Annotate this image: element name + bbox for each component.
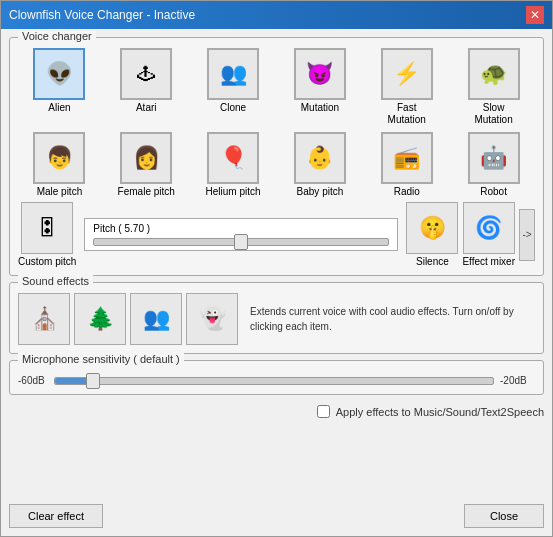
silence-label: Silence — [416, 256, 449, 267]
male-pitch-icon: 👦 — [33, 132, 85, 184]
sound-icon-ghost[interactable]: 👻 — [186, 293, 238, 345]
mic-right-label: -20dB — [500, 375, 535, 386]
sound-icon-church[interactable]: ⛪ — [18, 293, 70, 345]
microphone-group: Microphone sensitivity ( default ) -60dB… — [9, 360, 544, 395]
sound-effects-label: Sound effects — [18, 275, 93, 287]
mutation-icon: 😈 — [294, 48, 346, 100]
title-bar: Clownfish Voice Changer - Inactive ✕ — [1, 1, 552, 29]
alien-icon: 👽 — [33, 48, 85, 100]
custom-pitch-label: Custom pitch — [18, 256, 76, 267]
voice-changer-label: Voice changer — [18, 30, 96, 42]
robot-icon: 🤖 — [468, 132, 520, 184]
radio-icon: 📻 — [381, 132, 433, 184]
pitch-slider-track — [93, 238, 389, 246]
window-content: Voice changer 👽 Alien 🕹 Atari 👥 Clone 😈 — [1, 29, 552, 504]
voice-grid-bottom: 👦 Male pitch 👩 Female pitch 🎈 Helium pit… — [18, 132, 535, 198]
voice-changer-group: Voice changer 👽 Alien 🕹 Atari 👥 Clone 😈 — [9, 37, 544, 276]
pitch-slider-thumb[interactable] — [234, 234, 248, 250]
microphone-label: Microphone sensitivity ( default ) — [18, 353, 184, 365]
voice-item-baby-pitch[interactable]: 👶 Baby pitch — [279, 132, 362, 198]
silence-icon: 🤫 — [406, 202, 458, 254]
main-window: Clownfish Voice Changer - Inactive ✕ Voi… — [0, 0, 553, 537]
effect-mixer-icon: 🌀 — [463, 202, 515, 254]
clone-label: Clone — [220, 102, 246, 114]
voice-item-clone[interactable]: 👥 Clone — [192, 48, 275, 126]
apply-effects-checkbox[interactable] — [317, 405, 330, 418]
female-pitch-label: Female pitch — [118, 186, 175, 198]
effect-mixer-label: Effect mixer — [462, 256, 515, 267]
voice-item-alien[interactable]: 👽 Alien — [18, 48, 101, 126]
pitch-slider-area: Pitch ( 5.70 ) — [84, 218, 398, 251]
atari-label: Atari — [136, 102, 157, 114]
voice-item-male-pitch[interactable]: 👦 Male pitch — [18, 132, 101, 198]
sound-effects-group: Sound effects ⛪ 🌲 👥 👻 Extends current vo… — [9, 282, 544, 354]
voice-item-fast-mutation[interactable]: ⚡ FastMutation — [365, 48, 448, 126]
checkbox-row: Apply effects to Music/Sound/Text2Speech — [9, 405, 544, 418]
sound-icons-container: ⛪ 🌲 👥 👻 — [18, 293, 238, 345]
voice-item-female-pitch[interactable]: 👩 Female pitch — [105, 132, 188, 198]
mic-left-label: -60dB — [18, 375, 48, 386]
fast-mutation-label: FastMutation — [388, 102, 426, 126]
male-pitch-label: Male pitch — [37, 186, 83, 198]
pitch-value-label: Pitch ( 5.70 ) — [93, 223, 389, 234]
slow-mutation-label: SlowMutation — [474, 102, 512, 126]
mic-row: -60dB -20dB — [18, 375, 535, 386]
custom-pitch-item[interactable]: 🎛 Custom pitch — [18, 202, 76, 267]
female-pitch-icon: 👩 — [120, 132, 172, 184]
sound-icon-forest[interactable]: 🌲 — [74, 293, 126, 345]
mic-slider-track — [54, 377, 494, 385]
radio-label: Radio — [394, 186, 420, 198]
bottom-buttons: Clear effect Close — [1, 504, 552, 536]
window-title: Clownfish Voice Changer - Inactive — [9, 8, 195, 22]
close-button[interactable]: Close — [464, 504, 544, 528]
helium-pitch-label: Helium pitch — [206, 186, 261, 198]
clone-icon: 👥 — [207, 48, 259, 100]
voice-item-robot[interactable]: 🤖 Robot — [452, 132, 535, 198]
baby-pitch-label: Baby pitch — [297, 186, 344, 198]
mutation-label: Mutation — [301, 102, 339, 114]
effect-mixer-item[interactable]: 🌀 Effect mixer — [462, 202, 515, 267]
voice-item-atari[interactable]: 🕹 Atari — [105, 48, 188, 126]
mic-slider-thumb[interactable] — [86, 373, 100, 389]
voice-item-radio[interactable]: 📻 Radio — [365, 132, 448, 198]
apply-effects-label[interactable]: Apply effects to Music/Sound/Text2Speech — [336, 406, 544, 418]
baby-pitch-icon: 👶 — [294, 132, 346, 184]
silence-item[interactable]: 🤫 Silence — [406, 202, 458, 267]
arrow-button[interactable]: -> — [519, 209, 535, 261]
voice-item-helium-pitch[interactable]: 🎈 Helium pitch — [192, 132, 275, 198]
atari-icon: 🕹 — [120, 48, 172, 100]
custom-pitch-icon: 🎛 — [21, 202, 73, 254]
sound-description: Extends current voice with cool audio ef… — [250, 304, 535, 334]
slow-mutation-icon: 🐢 — [468, 48, 520, 100]
clear-effect-button[interactable]: Clear effect — [9, 504, 103, 528]
voice-item-mutation[interactable]: 😈 Mutation — [279, 48, 362, 126]
voice-grid-top: 👽 Alien 🕹 Atari 👥 Clone 😈 Mutation ⚡ — [18, 48, 535, 126]
alien-label: Alien — [48, 102, 70, 114]
robot-label: Robot — [480, 186, 507, 198]
sound-icon-crowd[interactable]: 👥 — [130, 293, 182, 345]
fast-mutation-icon: ⚡ — [381, 48, 433, 100]
mic-slider-fill — [55, 378, 90, 384]
voice-item-slow-mutation[interactable]: 🐢 SlowMutation — [452, 48, 535, 126]
custom-pitch-row: 🎛 Custom pitch Pitch ( 5.70 ) 🤫 Silence — [18, 202, 535, 267]
helium-pitch-icon: 🎈 — [207, 132, 259, 184]
sound-effects-row: ⛪ 🌲 👥 👻 Extends current voice with cool … — [18, 293, 535, 345]
close-icon[interactable]: ✕ — [526, 6, 544, 24]
